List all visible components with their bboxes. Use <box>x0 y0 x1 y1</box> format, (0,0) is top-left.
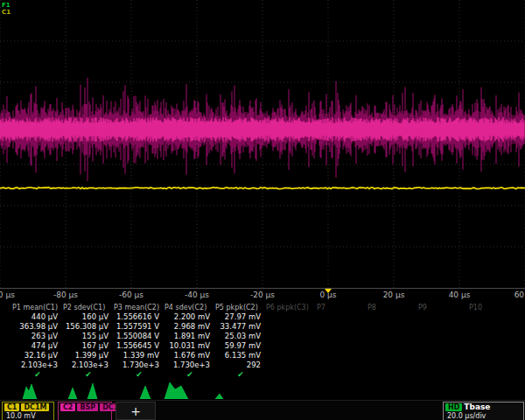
oscilloscope-screen: F1 C1 -100 µs -80 µs -60 µs -40 µs -20 µ… <box>0 0 525 420</box>
measure-histicon <box>215 394 223 399</box>
measure-status-ok: ✔ <box>164 370 215 379</box>
timebase-label: Tbase <box>464 402 490 411</box>
measure-value: 1.556616 V <box>114 312 164 322</box>
hd-badge: HD <box>445 403 462 411</box>
measure-value: 1.891 mV <box>164 332 215 341</box>
measure-table-header: P1 mean(C1) P2 sdev(C1) P3 mean(C2) P4 s… <box>0 303 525 312</box>
c2-label: C2 <box>60 403 75 411</box>
descriptor-bar: C1DC1M 10.0 mV 0 mV C2BSPDC1M + HDTbase … <box>0 400 525 420</box>
measure-value: 440 µV <box>12 312 63 322</box>
measure-table: P1 mean(C1) P2 sdev(C1) P3 mean(C2) P4 s… <box>0 303 525 379</box>
measure-value: 2.103e+3 <box>63 360 114 370</box>
measure-value: 292 <box>215 360 266 370</box>
measure-row-mean: 363.98 µV 156.308 µV 1.557591 V 2.968 mV… <box>0 322 525 332</box>
measure-histicon <box>140 386 150 399</box>
add-trace-button[interactable]: + <box>116 402 156 420</box>
channel-descriptor-c1[interactable]: C1DC1M 10.0 mV 0 mV <box>2 402 54 420</box>
c1-label: C1 <box>4 403 19 411</box>
measure-histicon <box>88 383 97 399</box>
measure-value: 1.339 mV <box>114 351 164 360</box>
timebase-descriptor[interactable]: HDTbase 20.0 µs/div <box>443 402 524 420</box>
time-axis: -100 µs -80 µs -60 µs -40 µs -20 µs 0 µs… <box>0 289 525 303</box>
measure-value: 2.200 mV <box>164 312 215 322</box>
measure-header-p7[interactable]: P7 <box>317 303 368 312</box>
time-tick-label: -80 µs <box>53 290 78 299</box>
time-tick-label: -20 µs <box>250 290 275 299</box>
measure-header-p4[interactable]: P4 sdev(C2) <box>164 303 215 312</box>
measure-histicon <box>23 384 37 399</box>
measure-header-p6[interactable]: P6 pkpk(C3) <box>266 303 317 312</box>
measure-value: 156.308 µV <box>63 322 114 332</box>
measure-histicon <box>164 382 188 399</box>
measure-header-p3[interactable]: P3 mean(C2) <box>114 303 164 312</box>
measure-value: 59.97 mV <box>215 341 266 351</box>
trace-marker-c1: C1 <box>2 9 10 16</box>
measure-status-ok: ✔ <box>114 370 164 379</box>
measure-value: 6.135 mV <box>215 351 266 360</box>
measure-status-ok: ✔ <box>215 370 266 379</box>
measure-value: 25.03 mV <box>215 332 266 341</box>
measure-value: 155 µV <box>63 332 114 341</box>
time-tick-label: 0 µs <box>319 290 336 299</box>
measure-histicon <box>68 388 77 399</box>
measure-value: 2.103e+3 <box>12 360 63 370</box>
timebase-scale: 20.0 µs/div <box>445 412 522 420</box>
time-tick-label: 60 µs <box>514 290 525 299</box>
measure-status-ok: ✔ <box>12 370 63 379</box>
waveform-display <box>0 0 525 289</box>
measure-header-p5[interactable]: P5 pkpk(C2) <box>215 303 266 312</box>
measure-value: 363.98 µV <box>12 322 63 332</box>
measure-value: 1.550084 V <box>114 332 164 341</box>
channel-descriptor-c2[interactable]: C2BSPDC1M <box>58 402 112 420</box>
measure-value: 33.477 mV <box>215 322 266 332</box>
waveform-grid: F1 C1 <box>0 0 525 289</box>
measure-value: 10.031 mV <box>164 341 215 351</box>
c1-vdiv: 10.0 mV <box>4 412 52 420</box>
measure-row-status: ✔ ✔ ✔ ✔ ✔ <box>0 370 525 379</box>
measure-value: 1.557591 V <box>114 322 164 332</box>
measure-value: 263 µV <box>12 332 63 341</box>
time-tick-label: 20 µs <box>383 290 405 299</box>
time-tick-label: -60 µs <box>119 290 144 299</box>
measure-value: 1.556645 V <box>114 341 164 351</box>
c1-coupling-badge: DC1M <box>21 403 49 411</box>
measure-row-num: 2.103e+3 2.103e+3 1.730e+3 1.730e+3 292 <box>0 360 525 370</box>
measure-value: 2.968 mV <box>164 322 215 332</box>
measure-header-p1[interactable]: P1 mean(C1) <box>12 303 63 312</box>
measure-value: 474 µV <box>12 341 63 351</box>
trace-marker-f1: F1 <box>2 2 10 9</box>
measure-header-p9[interactable]: P9 <box>418 303 469 312</box>
measure-row-value: 440 µV 160 µV 1.556616 V 2.200 mV 27.97 … <box>0 312 525 322</box>
measure-value: 167 µV <box>63 341 114 351</box>
time-tick-label: 40 µs <box>449 290 471 299</box>
time-tick-label: -100 µs <box>0 290 15 299</box>
measure-status-ok: ✔ <box>63 370 114 379</box>
measure-value: 32.16 µV <box>12 351 63 360</box>
time-tick-label: -40 µs <box>185 290 209 299</box>
measure-value: 160 µV <box>63 312 114 322</box>
measure-header-p10[interactable]: P10 <box>469 303 520 312</box>
measure-value: 1.399 µV <box>63 351 114 360</box>
measure-value: 27.97 mV <box>215 312 266 322</box>
measure-row-max: 474 µV 167 µV 1.556645 V 10.031 mV 59.97… <box>0 341 525 351</box>
measure-value: 1.676 mV <box>164 351 215 360</box>
plus-icon: + <box>130 404 141 418</box>
measure-value: 1.730e+3 <box>114 360 164 370</box>
measure-header-p2[interactable]: P2 sdev(C1) <box>63 303 114 312</box>
measure-row-sdev: 32.16 µV 1.399 µV 1.339 mV 1.676 mV 6.13… <box>0 351 525 360</box>
measure-value: 1.730e+3 <box>164 360 215 370</box>
measure-histicons <box>0 379 525 399</box>
measure-header-p8[interactable]: P8 <box>368 303 418 312</box>
c2-bsp-badge: BSP <box>77 403 98 411</box>
measure-row-min: 263 µV 155 µV 1.550084 V 1.891 mV 25.03 … <box>0 332 525 341</box>
